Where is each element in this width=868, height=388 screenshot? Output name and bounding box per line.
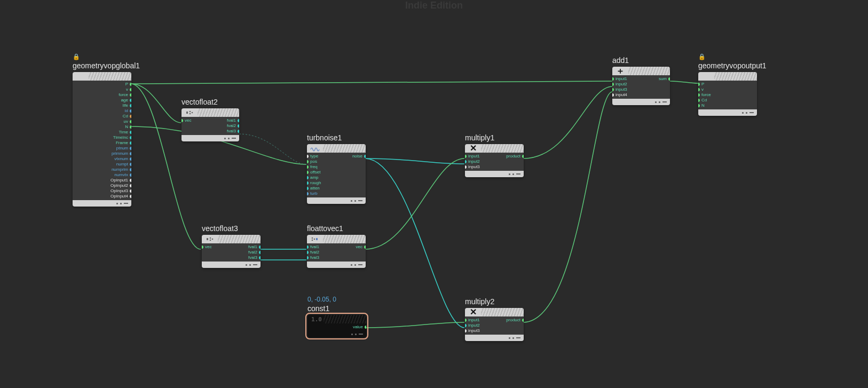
svg-rect-4 xyxy=(207,238,208,240)
const-value-label: 0, -0.05, 0 xyxy=(307,296,366,303)
plus-icon: ＋ xyxy=(612,67,628,75)
node-floattovec1[interactable]: floattovec1 fval1 vec fval2 fval3 xyxy=(307,224,366,268)
svg-point-5 xyxy=(210,237,211,239)
svg-point-10 xyxy=(314,239,315,240)
output-port-OpInput1[interactable]: OpInput1 xyxy=(73,178,131,183)
svg-point-9 xyxy=(312,240,313,241)
input-port-offset[interactable]: offset xyxy=(307,170,366,175)
input-port-turb[interactable]: turb xyxy=(307,191,366,196)
output-port-ptnum[interactable]: ptnum xyxy=(73,146,131,151)
input-port-Cd[interactable]: Cd xyxy=(698,98,757,103)
node-vectofloat3[interactable]: vectofloat3 vec fval1 fval2 fval3 xyxy=(202,224,261,268)
input-port-pos[interactable]: pos xyxy=(307,159,366,164)
output-port-P[interactable]: P xyxy=(73,82,131,87)
node-title: geometryvopoutput1 xyxy=(698,61,757,70)
output-port-N[interactable]: N xyxy=(73,124,131,130)
input-port-P[interactable]: P xyxy=(698,82,757,87)
input-port-amp[interactable]: amp xyxy=(307,175,366,180)
output-port-Cd[interactable]: Cd xyxy=(73,114,131,119)
output-port-OpInput2[interactable]: OpInput2 xyxy=(73,183,131,188)
watermark-label: Indie Edition xyxy=(405,0,463,11)
input-port-v[interactable]: v xyxy=(698,87,757,92)
output-port-OpInput4[interactable]: OpInput4 xyxy=(73,194,131,199)
svg-rect-11 xyxy=(316,238,318,240)
node-title: turbnoise1 xyxy=(307,133,366,142)
output-port-v[interactable]: v xyxy=(73,87,131,92)
output-port-numprim[interactable]: numprim xyxy=(73,167,131,172)
svg-point-6 xyxy=(210,240,211,241)
svg-point-3 xyxy=(192,112,193,114)
input-port-N[interactable]: N xyxy=(698,103,757,108)
input-port-freq[interactable]: freq xyxy=(307,164,366,170)
node-add1[interactable]: add1 ＋ input1 sum input2 input3 input4 xyxy=(612,56,670,105)
output-port-OpInput3[interactable]: OpInput3 xyxy=(73,188,131,194)
output-port-uv[interactable]: uv xyxy=(73,119,131,124)
input-port-rough[interactable]: rough xyxy=(307,180,366,186)
output-port-vtxnum[interactable]: vtxnum xyxy=(73,156,131,162)
node-turbnoise1[interactable]: turbnoise1 type noise posfreqoffsetampro… xyxy=(307,133,366,204)
svg-point-1 xyxy=(190,111,191,113)
svg-point-8 xyxy=(312,237,313,239)
node-title: vectofloat2 xyxy=(182,98,239,106)
const-icon: 1.0 xyxy=(309,316,322,323)
node-vectofloat2[interactable]: vectofloat2 vec fval1 fval2 fval3 xyxy=(182,98,239,141)
node-title: floattovec1 xyxy=(307,224,366,233)
output-port-force[interactable]: force xyxy=(73,92,131,98)
input-port-force[interactable]: force xyxy=(698,92,757,98)
node-title: const1 xyxy=(307,304,366,313)
output-port-Time[interactable]: Time xyxy=(73,130,131,135)
node-const1[interactable]: 0, -0.05, 0 const1 1.0 value xyxy=(307,296,366,337)
node-geometryvopoutput1[interactable]: 🔒 geometryvopoutput1 PvforceCdN xyxy=(698,53,757,116)
node-title: multiply2 xyxy=(465,297,524,306)
multiply-icon: ✕ xyxy=(465,144,481,153)
output-port-numpt[interactable]: numpt xyxy=(73,162,131,167)
svg-rect-0 xyxy=(186,112,188,114)
node-multiply1[interactable]: multiply1 ✕ input1 product input2 input3 xyxy=(465,133,524,177)
node-title: vectofloat3 xyxy=(202,224,261,233)
svg-point-7 xyxy=(212,239,214,240)
output-port-Frame[interactable]: Frame xyxy=(73,140,131,146)
output-port-id[interactable]: id xyxy=(73,108,131,114)
lock-icon: 🔒 xyxy=(73,53,131,60)
lock-icon: 🔒 xyxy=(698,53,757,60)
node-title: geometryvopglobal1 xyxy=(73,61,131,70)
output-port-age[interactable]: age xyxy=(73,98,131,103)
input-port-atten[interactable]: atten xyxy=(307,186,366,191)
multiply-icon: ✕ xyxy=(465,308,481,316)
output-port-numvtx[interactable]: numvtx xyxy=(73,172,131,178)
svg-point-2 xyxy=(190,113,191,115)
node-multiply2[interactable]: multiply2 ✕ input1 product input2 input3 xyxy=(465,297,524,341)
node-geometryvopglobal1[interactable]: 🔒 geometryvopglobal1 PvforceagelifeidCdu… xyxy=(73,53,131,207)
node-title: multiply1 xyxy=(465,133,524,142)
output-port-life[interactable]: life xyxy=(73,103,131,108)
output-port-TimeInc[interactable]: TimeInc xyxy=(73,135,131,140)
output-port-primnum[interactable]: primnum xyxy=(73,151,131,156)
node-title: add1 xyxy=(612,56,670,65)
